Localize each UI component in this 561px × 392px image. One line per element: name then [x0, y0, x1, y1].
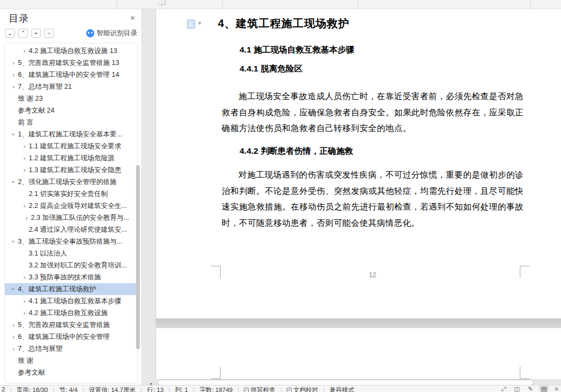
- collapse-all-button[interactable]: −: [44, 29, 54, 38]
- chevron-right-icon[interactable]: ›: [9, 81, 18, 93]
- chevron-right-icon[interactable]: ›: [20, 295, 29, 307]
- checkbox-checked-icon: ✓: [287, 388, 292, 392]
- toc-item[interactable]: 参考文献 24: [5, 104, 137, 116]
- ai-recognize-toc-button[interactable]: 智能识别目录: [86, 29, 137, 38]
- outline-view-icon[interactable]: ≡: [553, 385, 560, 392]
- page-number: 12: [222, 271, 524, 279]
- toc-scrollbar-thumb[interactable]: [136, 165, 140, 349]
- toc-item[interactable]: 3.1 以法治人: [5, 247, 137, 259]
- chevron-right-icon[interactable]: ›: [20, 152, 29, 164]
- toc-item[interactable]: ›7、总结与展望: [5, 343, 137, 355]
- chevron-right-icon[interactable]: ›: [20, 200, 29, 212]
- toc-item[interactable]: ›4、建筑工程施工现场救护: [5, 283, 137, 295]
- toc-item[interactable]: 2.4 通过深入理论研究使建筑安...: [5, 224, 137, 236]
- expand-all-button[interactable]: +: [31, 29, 41, 38]
- status-divider: |: [10, 386, 11, 392]
- toc-item[interactable]: ›2.2 提高企业领导对建筑安全生...: [5, 200, 137, 212]
- toc-toolbar: ⌄⌃+−: [5, 29, 54, 38]
- doc-heading-4-1: 4.1 施工现场自救互救基本步骤: [240, 43, 354, 57]
- status-toggle-proofread[interactable]: ✓文档校对: [287, 386, 318, 392]
- chevron-right-icon[interactable]: ›: [9, 319, 18, 331]
- status-field: 行: 13: [147, 386, 164, 392]
- chevron-down-icon[interactable]: ›: [8, 237, 20, 246]
- toc-item[interactable]: ›5、完善政府建筑安全监管措施: [5, 319, 137, 331]
- toc-item-label: 1.2 建筑工程施工现场危险源: [29, 152, 114, 164]
- toc-item-label: 2.1 切实落实好安全责任制: [29, 188, 108, 200]
- toc-item[interactable]: ›2.3 加强施工队伍的安全教育与...: [5, 212, 137, 224]
- toc-item[interactable]: ›1.1 建筑工程施工现场安全要求: [5, 140, 137, 152]
- toc-item-label: 6、建筑施工现场中的安全管理: [18, 331, 109, 343]
- read-mode-icon[interactable]: ◫: [513, 385, 521, 392]
- status-divider: |: [82, 386, 84, 392]
- expand-next-button[interactable]: ⌄: [5, 29, 15, 38]
- chevron-right-icon[interactable]: ›: [9, 331, 18, 343]
- toc-item-label: 2.3 加强施工队伍的安全教育与...: [31, 212, 129, 224]
- chevron-right-icon[interactable]: ›: [9, 69, 18, 81]
- status-toggle-label: 文档校对: [293, 386, 318, 392]
- toc-item[interactable]: ›4.2 施工现场自救互救设施: [5, 307, 137, 319]
- doc-heading-4-4-2: 4.4.2 判断患者伤情，正确施救: [240, 144, 353, 158]
- chevron-right-icon[interactable]: ›: [20, 140, 29, 152]
- chevron-right-icon[interactable]: ›: [20, 307, 29, 319]
- chevron-down-icon[interactable]: ›: [8, 285, 20, 293]
- chevron-right-icon[interactable]: ›: [20, 45, 29, 57]
- toc-item[interactable]: 致 谢: [5, 355, 137, 367]
- toolbar-corner-fragment: [159, 0, 165, 5]
- toc-item[interactable]: ›6、建筑施工现场中的安全管理: [5, 331, 137, 343]
- document-page-12[interactable]: ▼ 4、建筑工程施工现场救护 4.1 施工现场自救互救基本步骤 4.4.1 脱离…: [156, 9, 561, 318]
- toc-item[interactable]: ›2、强化施工现场安全管理的措施: [5, 176, 137, 188]
- compatibility-mode-label[interactable]: 兼容模式: [330, 386, 354, 392]
- status-toggle-spellcheck[interactable]: ✓拼写检查: [244, 386, 275, 392]
- chevron-down-icon[interactable]: ▼: [197, 21, 202, 26]
- toolbar-divider: [162, 0, 162, 9]
- toc-item[interactable]: 前 言: [5, 116, 137, 128]
- toc-item[interactable]: ›7、总结与展望 21: [5, 81, 137, 93]
- ai-recognize-toc-label: 智能识别目录: [96, 29, 137, 38]
- toolbar-divider: [222, 0, 223, 9]
- document-page-13[interactable]: [156, 328, 561, 379]
- chevron-right-icon[interactable]: ›: [9, 343, 18, 355]
- toc-item[interactable]: ›3.3 预防事故的技术措施: [5, 271, 137, 283]
- toc-item-label: 3、施工现场安全事故预防措施与...: [18, 236, 122, 247]
- toc-item[interactable]: ›4.1 施工现场自救互救基本步骤: [5, 295, 137, 307]
- toc-item-label: 1、建筑工程施工现场安全基本要...: [18, 128, 122, 140]
- chevron-right-icon[interactable]: ›: [20, 164, 29, 176]
- toc-item-label: 4.1 施工现场自救互救基本步骤: [29, 295, 121, 307]
- status-divider: |: [140, 386, 142, 392]
- chevron-right-icon[interactable]: ›: [9, 57, 18, 69]
- status-field: 节: 4/4: [59, 386, 78, 392]
- status-bar: 2 |页面: 18/30|节: 4/4|设置值: 14.7厘米|行: 13|列:…: [0, 385, 561, 392]
- toc-item[interactable]: 3.2 加强对职工的安全教育培训...: [5, 259, 137, 271]
- toc-item[interactable]: ›1.3 建筑工程施工现场安全隐患: [5, 164, 137, 176]
- chevron-right-icon[interactable]: ›: [22, 212, 31, 224]
- toc-item[interactable]: 致 谢 23: [5, 93, 137, 104]
- toc-item[interactable]: ›5、完善政府建筑安全监管措施 13: [5, 57, 137, 69]
- toc-item[interactable]: 参考文献: [5, 367, 137, 378]
- status-divider: |: [237, 386, 239, 392]
- toc-item-label: 5、完善政府建筑安全监管措施 13: [18, 57, 119, 69]
- toc-item-label: 致 谢 23: [18, 93, 43, 104]
- document-workspace: ▼ 4、建筑工程施工现场救护 4.1 施工现场自救互救基本步骤 4.4.1 脱离…: [143, 9, 561, 386]
- edit-pen-icon[interactable]: ✎: [526, 385, 534, 392]
- ai-assistant-icon: [86, 29, 94, 37]
- close-icon[interactable]: ×: [130, 14, 135, 22]
- chevron-right-icon[interactable]: ›: [20, 271, 29, 283]
- paragraph-handle-icon[interactable]: [187, 19, 195, 29]
- toc-item[interactable]: ›6、建筑施工现场中的安全管理 14: [5, 69, 137, 81]
- toc-item[interactable]: 2.1 切实落实好安全责任制: [5, 188, 137, 200]
- chevron-down-icon[interactable]: ›: [8, 130, 20, 139]
- toc-item[interactable]: ›1、建筑工程施工现场安全基本要...: [5, 128, 137, 140]
- fullscreen-icon[interactable]: ⤢: [500, 385, 508, 392]
- chevron-down-icon[interactable]: ›: [8, 178, 20, 186]
- collapse-prev-button[interactable]: ⌃: [18, 29, 28, 38]
- page-view-icon[interactable]: ▤: [539, 385, 548, 392]
- status-field: 列: 1: [175, 386, 188, 392]
- toc-item[interactable]: ›4.2 施工现场自救互救设施 13: [5, 45, 137, 57]
- toc-item[interactable]: ›1.2 建筑工程施工现场危险源: [5, 152, 137, 164]
- toc-item-label: 4.2 施工现场自救互救设施: [29, 307, 108, 319]
- toc-item-label: 前 言: [18, 116, 33, 128]
- toc-item-label: 6、建筑施工现场中的安全管理 14: [18, 69, 119, 81]
- toc-item[interactable]: ›3、施工现场安全事故预防措施与...: [5, 236, 137, 247]
- toc-item-label: 参考文献 24: [18, 104, 54, 116]
- toolbar-divider: [358, 0, 358, 9]
